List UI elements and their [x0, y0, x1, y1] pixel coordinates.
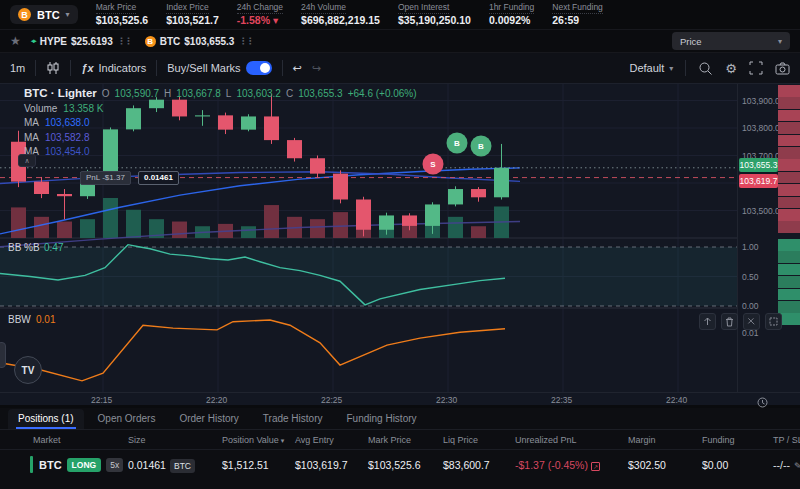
bid-row[interactable] [778, 239, 800, 251]
header-size[interactable]: Size [128, 435, 222, 445]
tab-funding-history[interactable]: Funding History [337, 409, 427, 429]
legend-indicator-label: MA [24, 117, 39, 128]
layout-template-dropdown[interactable]: Default ▾ [629, 62, 673, 74]
position-row[interactable]: BTC LONG 5x 0.01461BTC $1,512.51 $103,61… [0, 450, 800, 479]
tab-trade-history[interactable]: Trade History [253, 409, 333, 429]
position-size-badge[interactable]: 0.01461 [138, 171, 179, 185]
stat-label: Next Funding [552, 2, 603, 14]
header-market[interactable]: Market [30, 435, 128, 445]
position-value-cell: $1,512.51 [222, 459, 295, 471]
table-header-row: MarketSizePosition Value ▾Avg EntryMark … [0, 430, 800, 450]
ask-row[interactable] [778, 159, 800, 171]
interval-button[interactable]: 1m [10, 62, 25, 74]
header-unrealized-pnl[interactable]: Unrealized PnL [515, 435, 628, 445]
watchlist-symbol: BTC [160, 36, 181, 47]
legend-collapse-button[interactable]: ∧ [18, 154, 36, 167]
settings-gear-icon[interactable]: ⚙ [725, 61, 737, 76]
zoom-search-icon[interactable] [698, 61, 713, 76]
position-pnl-badge[interactable]: PnL -$1.37 [80, 171, 131, 185]
price-tick: 103,500.0 [742, 206, 780, 216]
drag-handle-icon[interactable]: ⋮⋮ [117, 36, 131, 46]
watchlist-item-btc[interactable]: BBTC$103,655.3⋮⋮ [145, 36, 253, 47]
watchlist-sort-dropdown[interactable]: Price ▾ [672, 32, 790, 50]
share-pnl-icon[interactable]: ↗ [591, 462, 600, 471]
indicators-label: Indicators [99, 62, 147, 74]
size-cell: 0.01461BTC [128, 459, 222, 471]
pane-delete-button[interactable] [721, 313, 738, 330]
stat-mark-price: Mark Price$103,525.6 [96, 2, 149, 27]
header-liq-price[interactable]: Liq Price [443, 435, 515, 445]
ask-row[interactable] [778, 197, 800, 209]
high-value: 103,667.8 [176, 88, 221, 99]
ask-row[interactable] [778, 172, 800, 184]
open-label: O [102, 88, 110, 99]
ask-row[interactable] [778, 184, 800, 196]
star-icon[interactable]: ★ [10, 34, 21, 48]
watchlist-price: $25.6193 [71, 36, 113, 47]
clock-icon[interactable] [757, 394, 768, 412]
pane-maximize-button[interactable] [765, 313, 782, 330]
ask-row[interactable] [778, 85, 800, 97]
drag-handle-icon[interactable]: ⋮⋮ [238, 36, 252, 46]
header-position-value[interactable]: Position Value ▾ [222, 435, 295, 445]
ask-row[interactable] [778, 97, 800, 109]
bid-row[interactable] [778, 264, 800, 276]
orderbook-sliver[interactable] [778, 84, 800, 392]
header-avg-entry[interactable]: Avg Entry [295, 435, 368, 445]
pane-move-up-button[interactable] [699, 313, 716, 330]
stat-value: $103,525.6 [96, 14, 149, 27]
header-margin[interactable]: Margin [628, 435, 702, 445]
chart-legend: BTC · Lighter O103,590.7 H103,667.8 L103… [24, 87, 417, 157]
legend-indicator-value: 103,454.0 [45, 146, 90, 157]
drawer-handle[interactable] [0, 342, 6, 368]
pair-selector[interactable]: B BTC ▾ [10, 5, 78, 24]
btc-coin-icon: B [18, 8, 31, 21]
pane-collapse-button[interactable] [743, 313, 760, 330]
legend-indicator-value: 103,582.8 [45, 132, 90, 143]
watchlist-item-hype[interactable]: ◂▸HYPE$25.6193⋮⋮ [31, 36, 131, 47]
camera-snapshot-icon[interactable] [775, 62, 790, 75]
bid-row[interactable] [778, 289, 800, 301]
bb-axis-tick: 0.50 [742, 272, 759, 282]
bid-row[interactable] [778, 276, 800, 288]
chevron-down-icon: ▾ [66, 10, 70, 19]
bid-row[interactable] [778, 301, 800, 313]
ask-row[interactable] [778, 209, 800, 221]
header-mark-price[interactable]: Mark Price [368, 435, 443, 445]
tab-open-orders[interactable]: Open Orders [88, 409, 166, 429]
time-tick: 22:25 [321, 395, 342, 405]
tab-order-history[interactable]: Order History [169, 409, 248, 429]
ask-row[interactable] [778, 135, 800, 147]
edit-tpsl-icon[interactable]: ✎ [794, 461, 800, 471]
chevron-down-icon: ▾ [669, 64, 673, 73]
ask-row[interactable] [778, 122, 800, 134]
price-axis[interactable]: 103,900.0103,800.0103,700.0103,500.01.00… [737, 84, 778, 392]
margin-cell: $302.50 [628, 459, 702, 471]
indicators-button[interactable]: ƒx Indicators [81, 62, 146, 74]
bid-row[interactable] [778, 251, 800, 263]
undo-button[interactable]: ↩ [293, 62, 302, 75]
price-tick: 103,900.0 [742, 96, 780, 106]
candle-style-button[interactable] [46, 61, 60, 75]
side-badge: LONG [67, 458, 102, 472]
header-funding[interactable]: Funding [702, 435, 773, 445]
tradingview-logo[interactable]: TV [14, 356, 42, 384]
tab-positions-1-[interactable]: Positions (1) [8, 409, 84, 429]
low-label: L [226, 88, 232, 99]
entry-price-badge: 103,619.7 [739, 174, 778, 188]
legend-indicator-row: MA103,582.8 [24, 132, 417, 143]
buysell-marks-control: Buy/Sell Marks [167, 61, 271, 75]
time-axis[interactable]: 22:1522:2022:2522:3022:3522:40 [0, 392, 800, 405]
ask-row[interactable] [778, 110, 800, 122]
chart-area[interactable]: SBBBB %B0.47BBW0.01 BTC · Lighter O103,5… [0, 84, 800, 405]
hype-icon: ◂▸ [31, 37, 36, 45]
redo-button[interactable]: ↪ [312, 62, 321, 75]
fullscreen-icon[interactable] [749, 61, 763, 75]
mark-price-cell: $103,525.6 [368, 459, 443, 471]
header-tp-sl[interactable]: TP / SL [773, 435, 800, 445]
ask-row[interactable] [778, 147, 800, 159]
buysell-marks-toggle[interactable] [246, 61, 272, 75]
pane-controls [699, 313, 782, 330]
toolbar-separator [70, 60, 71, 76]
ask-row[interactable] [778, 221, 800, 233]
